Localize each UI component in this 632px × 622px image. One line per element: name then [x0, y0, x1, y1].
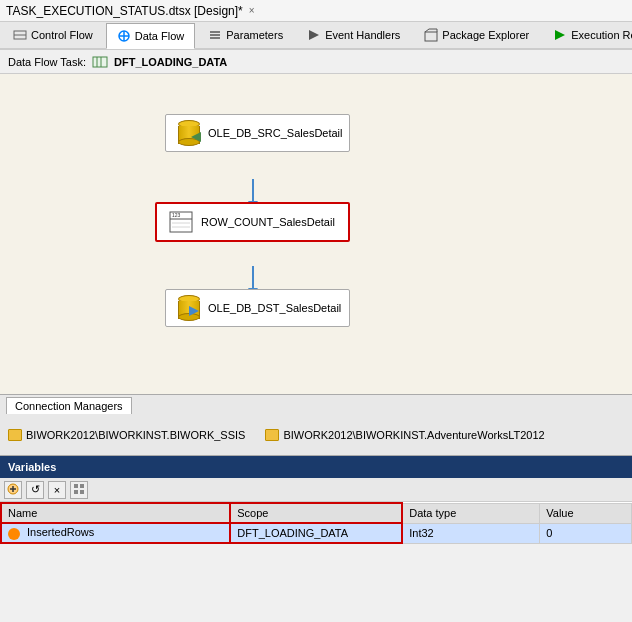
svg-rect-11	[93, 57, 107, 67]
tab-event-handlers-label: Event Handlers	[325, 29, 400, 41]
rowcount-node-label: ROW_COUNT_SalesDetail	[201, 216, 335, 228]
tab-data-flow-label: Data Flow	[135, 30, 185, 42]
variables-toolbar: ↺ ×	[0, 478, 632, 502]
rowcount-node-icon: 123	[169, 210, 193, 234]
var-name: InsertedRows	[27, 526, 94, 538]
tab-execution-results[interactable]: Execution Results	[542, 22, 632, 48]
delete-variable-btn[interactable]: ×	[48, 481, 66, 499]
dft-bar: Data Flow Task: DFT_LOADING_DATA	[0, 50, 632, 74]
title-bar: TASK_EXECUTION_STATUS.dtsx [Design]* ×	[0, 0, 632, 22]
rowcount-node[interactable]: 123 ROW_COUNT_SalesDetail	[155, 202, 350, 242]
delete-icon: ×	[54, 484, 60, 496]
svg-marker-10	[555, 30, 565, 40]
dft-task-icon	[92, 55, 108, 69]
variables-section-header: Variables	[0, 456, 632, 478]
variable-icon	[8, 528, 20, 540]
conn-folder-icon-1	[8, 429, 22, 441]
col-header-datatype: Data type	[402, 503, 540, 523]
tab-bar: Control Flow Data Flow Parameters Event …	[0, 22, 632, 50]
var-scope-cell: DFT_LOADING_DATA	[230, 523, 402, 543]
source-node-label: OLE_DB_SRC_SalesDetail	[208, 127, 343, 139]
variables-table-container: Name Scope Data type Value InsertedRows …	[0, 502, 632, 544]
connection-managers-content: BIWORK2012\BIWORKINST.BIWORK_SSIS BIWORK…	[0, 414, 632, 456]
col-header-value: Value	[540, 503, 632, 523]
dft-label: Data Flow Task:	[8, 56, 86, 68]
conn-folder-icon-2	[265, 429, 279, 441]
add-variable-btn[interactable]	[4, 481, 22, 499]
svg-text:123: 123	[172, 212, 181, 218]
tab-event-handlers[interactable]: Event Handlers	[296, 22, 411, 48]
design-canvas[interactable]: OLE_DB_SRC_SalesDetail 123 ROW_COUNT_Sal…	[0, 74, 632, 394]
variables-title: Variables	[8, 461, 56, 473]
conn-label-2: BIWORK2012\BIWORKINST.AdventureWorksLT20…	[283, 429, 544, 441]
tab-parameters[interactable]: Parameters	[197, 22, 294, 48]
dest-node-icon	[178, 296, 200, 320]
var-datatype-cell: Int32	[402, 523, 540, 543]
title-text: TASK_EXECUTION_STATUS.dtsx [Design]*	[6, 4, 243, 18]
tab-close-btn[interactable]: ×	[249, 5, 255, 16]
grid-icon	[73, 483, 85, 497]
svg-marker-14	[191, 132, 201, 142]
tab-parameters-label: Parameters	[226, 29, 283, 41]
svg-rect-26	[74, 490, 78, 494]
add-icon	[7, 483, 19, 497]
parameters-icon	[208, 28, 222, 42]
connection-item-2[interactable]: BIWORK2012\BIWORKINST.AdventureWorksLT20…	[265, 429, 544, 441]
svg-rect-25	[80, 484, 84, 488]
source-node[interactable]: OLE_DB_SRC_SalesDetail	[165, 114, 350, 152]
dft-task-name: DFT_LOADING_DATA	[114, 56, 227, 68]
refresh-icon: ↺	[31, 483, 40, 496]
svg-rect-27	[80, 490, 84, 494]
variables-table: Name Scope Data type Value InsertedRows …	[0, 502, 632, 544]
svg-rect-9	[425, 32, 437, 41]
refresh-variable-btn[interactable]: ↺	[26, 481, 44, 499]
tab-package-explorer-label: Package Explorer	[442, 29, 529, 41]
svg-marker-8	[309, 30, 319, 40]
tab-data-flow[interactable]: Data Flow	[106, 23, 196, 49]
tab-execution-results-label: Execution Results	[571, 29, 632, 41]
svg-marker-20	[189, 306, 199, 316]
tab-package-explorer[interactable]: Package Explorer	[413, 22, 540, 48]
source-node-icon	[178, 121, 200, 145]
dest-node[interactable]: OLE_DB_DST_SalesDetail	[165, 289, 350, 327]
package-explorer-icon	[424, 28, 438, 42]
var-name-cell: InsertedRows	[1, 523, 230, 543]
event-handlers-icon	[307, 28, 321, 42]
svg-rect-24	[74, 484, 78, 488]
variable-row[interactable]: InsertedRows DFT_LOADING_DATA Int32 0	[1, 523, 632, 543]
execution-results-icon	[553, 28, 567, 42]
control-flow-icon	[13, 28, 27, 42]
col-header-name: Name	[1, 503, 230, 523]
connection-managers-tab[interactable]: Connection Managers	[6, 397, 132, 414]
var-value-cell: 0	[540, 523, 632, 543]
dest-node-label: OLE_DB_DST_SalesDetail	[208, 302, 341, 314]
data-flow-icon	[117, 29, 131, 43]
tab-control-flow-label: Control Flow	[31, 29, 93, 41]
grid-variable-btn[interactable]	[70, 481, 88, 499]
connection-item-1[interactable]: BIWORK2012\BIWORKINST.BIWORK_SSIS	[8, 429, 245, 441]
col-header-scope: Scope	[230, 503, 402, 523]
tab-control-flow[interactable]: Control Flow	[2, 22, 104, 48]
connection-managers-panel: Connection Managers BIWORK2012\BIWORKINS…	[0, 394, 632, 456]
conn-label-1: BIWORK2012\BIWORKINST.BIWORK_SSIS	[26, 429, 245, 441]
